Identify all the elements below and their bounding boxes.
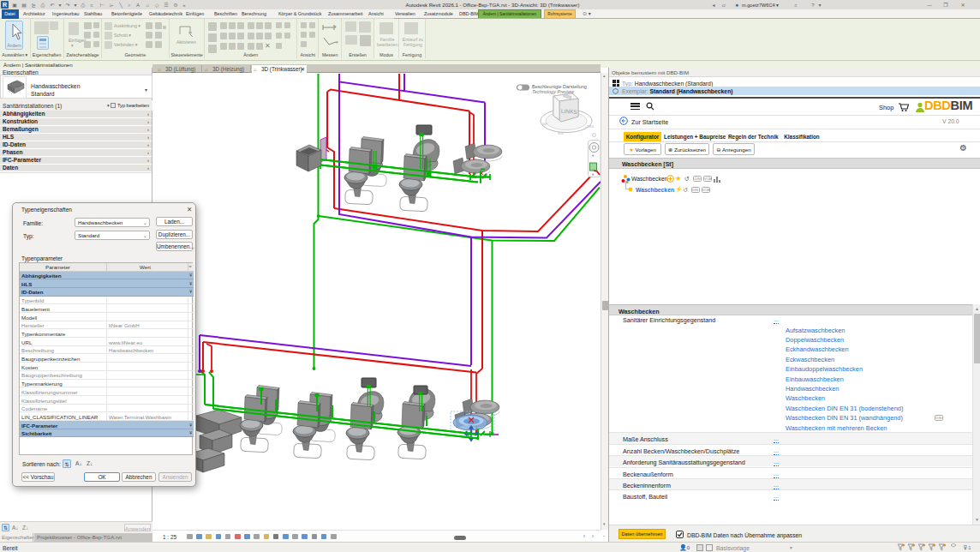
svg-text:SÜD: SÜD bbox=[558, 132, 565, 135]
svg-text:SW: SW bbox=[542, 123, 547, 126]
svg-text:LINKS: LINKS bbox=[585, 125, 595, 129]
svg-text:LINKS: LINKS bbox=[561, 108, 578, 115]
svg-text:Technology Preview: Technology Preview bbox=[532, 89, 575, 94]
